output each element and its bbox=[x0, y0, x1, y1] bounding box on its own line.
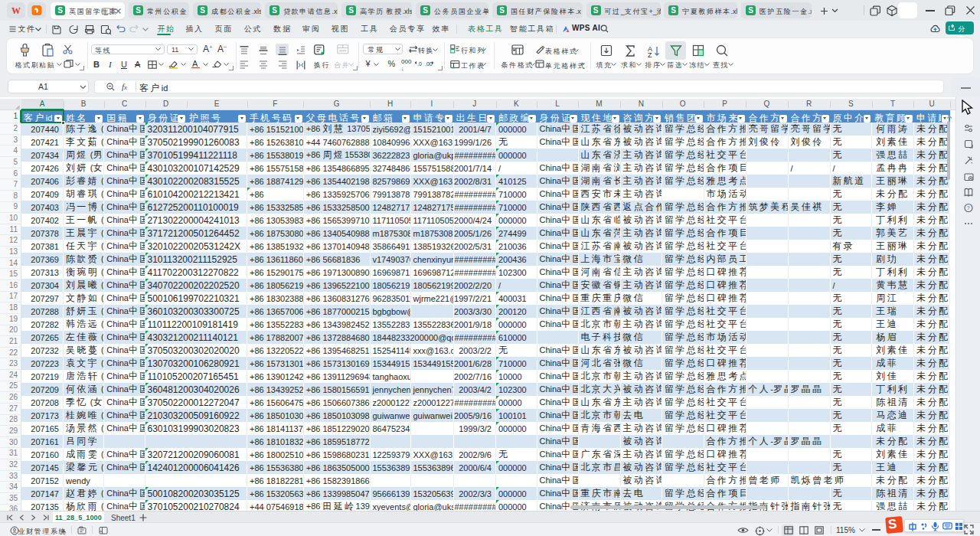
svg-text:?: ? bbox=[966, 205, 969, 211]
svg-text:.00: .00 bbox=[425, 61, 433, 67]
svg-text:W: W bbox=[11, 5, 21, 16]
svg-text:.0: .0 bbox=[417, 61, 422, 67]
svg-text:Z: Z bbox=[648, 51, 652, 57]
